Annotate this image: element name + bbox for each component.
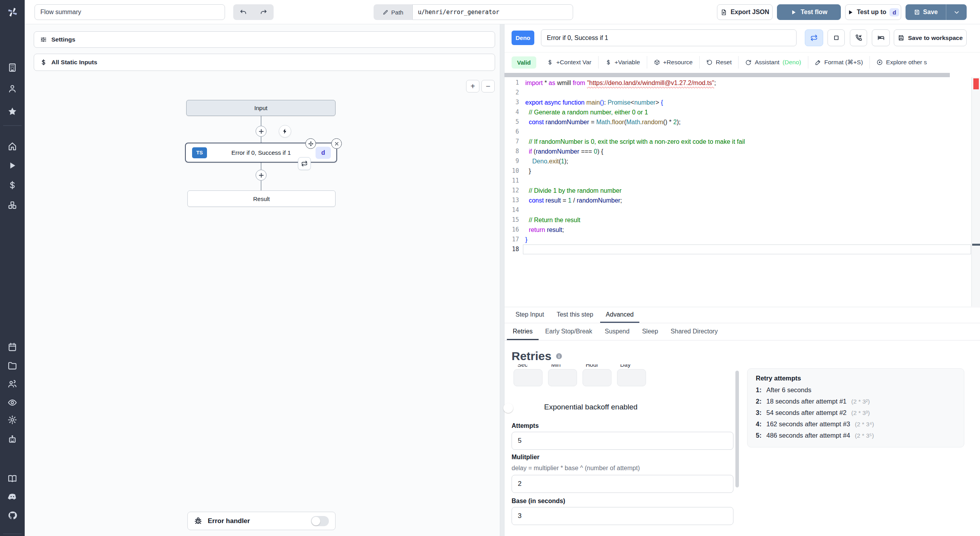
tab-advanced[interactable]: Advanced: [600, 307, 639, 323]
test-up-to-label: Test up to: [857, 9, 886, 16]
save-dropdown-button[interactable]: [946, 4, 967, 20]
time-input-min[interactable]: [548, 369, 577, 386]
trigger-button[interactable]: [279, 125, 291, 138]
code-line: // Divide 1 by the random number: [525, 186, 621, 196]
sidebar-item-star[interactable]: [7, 107, 17, 116]
sidebar-item-boxes[interactable]: [7, 200, 17, 210]
sidebar-item-calendar[interactable]: [7, 342, 17, 352]
path-input[interactable]: u/henri/error_generator: [412, 4, 573, 20]
sidebar-item-folder[interactable]: [7, 361, 17, 371]
all-static-inputs-button[interactable]: All Static Inputs: [34, 54, 495, 71]
retry-attempt-text: After 6 seconds: [766, 386, 811, 394]
retry-attempt-formula: (2 * 3²): [851, 398, 870, 405]
test-up-to-button[interactable]: Test up to d: [845, 4, 901, 20]
zoom-out-button[interactable]: −: [481, 80, 495, 92]
save-button[interactable]: Save: [906, 4, 946, 20]
line-number: 7: [505, 137, 519, 147]
path-label: Path: [391, 9, 403, 16]
toolbar--resource[interactable]: +Resource: [647, 59, 699, 66]
line-number: 15: [505, 215, 519, 225]
subtab-shared-directory[interactable]: Shared Directory: [665, 324, 724, 340]
multiplier-input[interactable]: 2: [512, 475, 733, 493]
exponential-backoff-label: Exponential backoff enabled: [544, 403, 637, 411]
toolbar-item-label: +Variable: [615, 59, 640, 66]
input-node[interactable]: Input: [186, 100, 336, 116]
base-input[interactable]: 3: [512, 507, 733, 525]
toolbar-item-label: +Resource: [663, 59, 693, 66]
add-step-button[interactable]: [256, 126, 267, 137]
toolbar-format-s-[interactable]: Format (⌘+S): [808, 59, 870, 66]
delete-step-button[interactable]: [331, 138, 342, 149]
retry-attempt-number: 1:: [756, 386, 766, 394]
retry-attempt-number: 4:: [756, 420, 766, 428]
sidebar-item-person[interactable]: [7, 84, 17, 94]
retry-attempt-text: 54 seconds after attempt #2: [766, 409, 847, 416]
save-button-group: Save: [906, 4, 967, 20]
subtab-sleep[interactable]: Sleep: [636, 324, 664, 340]
error-handler-toggle[interactable]: [311, 516, 329, 526]
subtab-retries[interactable]: Retries: [507, 324, 539, 340]
test-flow-button[interactable]: Test flow: [777, 4, 841, 20]
info-icon[interactable]: [555, 353, 563, 360]
result-node[interactable]: Result: [187, 190, 336, 207]
sidebar-item-github[interactable]: [7, 511, 17, 520]
scrollbar-thumb[interactable]: [735, 371, 739, 487]
redo-icon: [260, 9, 267, 16]
save-to-workspace-label: Save to workspace: [908, 34, 963, 42]
undo-button[interactable]: [233, 4, 254, 20]
sidebar-item-gear[interactable]: [7, 415, 17, 425]
chevron-down-icon: [954, 9, 960, 15]
tab-step-input[interactable]: Step Input: [510, 307, 550, 323]
retries-loop-toggle-button[interactable]: [805, 29, 823, 46]
toolbar-assistant[interactable]: Assistant (Deno): [739, 59, 808, 66]
export-json-button[interactable]: Export JSON: [717, 4, 773, 20]
stop-square-toggle-button[interactable]: [828, 29, 845, 46]
subtab-early-stop-break[interactable]: Early Stop/Break: [539, 324, 598, 340]
windmill-logo[interactable]: [0, 0, 25, 24]
advanced-subtabs: RetriesEarly Stop/BreakSuspendSleepShare…: [505, 324, 980, 340]
editor-overview-ruler[interactable]: [971, 77, 980, 306]
move-step-button[interactable]: [305, 138, 316, 149]
subtab-suspend[interactable]: Suspend: [599, 324, 635, 340]
time-input-day[interactable]: [617, 369, 646, 386]
editor-drag-handle[interactable]: [505, 73, 950, 77]
sidebar-item-robot[interactable]: [7, 435, 17, 444]
toolbar-reset[interactable]: Reset: [700, 59, 739, 66]
retry-indicator-button[interactable]: [298, 157, 311, 170]
retry-attempt-formula: (2 * 3⁴): [855, 421, 874, 428]
sidebar-item-dollar[interactable]: [7, 180, 17, 190]
sidebar-item-users[interactable]: [7, 379, 17, 389]
step-name-input[interactable]: Error if 0, Success if 1: [541, 29, 797, 46]
flow-summary-input[interactable]: Flow summary: [34, 4, 225, 20]
attempts-input[interactable]: 5: [512, 432, 733, 450]
save-to-workspace-button[interactable]: Save to workspace: [894, 29, 967, 46]
bed-toggle-button[interactable]: [872, 29, 890, 46]
phone-incoming-toggle-button[interactable]: [850, 29, 867, 46]
code-line: if (randomNumber === 0) {: [525, 147, 603, 156]
toolbar--variable[interactable]: +Variable: [599, 59, 647, 66]
save-icon: [914, 9, 920, 15]
save-icon: [898, 34, 904, 41]
panel-splitter[interactable]: [500, 24, 505, 536]
settings-button[interactable]: Settings: [34, 31, 495, 48]
zoom-in-button[interactable]: +: [466, 80, 479, 92]
sidebar-item-home[interactable]: [7, 141, 17, 151]
time-input-hour[interactable]: [583, 369, 612, 386]
sidebar-item-book[interactable]: [7, 474, 17, 483]
toolbar-item-label: Assistant: [755, 59, 779, 66]
redo-button[interactable]: [254, 4, 274, 20]
error-handler-box[interactable]: Error handler: [187, 512, 336, 530]
sidebar-item-eye[interactable]: [7, 398, 17, 407]
sidebar-item-building[interactable]: [7, 63, 17, 72]
add-step-button[interactable]: [256, 170, 267, 181]
sidebar-item-play[interactable]: [7, 161, 17, 170]
sidebar-item-discord[interactable]: [7, 492, 17, 502]
time-input-sec[interactable]: [514, 369, 543, 386]
toolbar--context-var[interactable]: +Context Var: [540, 59, 598, 66]
tab-test-this-step[interactable]: Test this step: [551, 307, 599, 323]
line-number: 10: [505, 166, 519, 176]
play-icon: [847, 9, 854, 16]
current-line-highlight: [523, 244, 971, 254]
code-line: const randomNumber = Math.floor(Math.ran…: [525, 117, 681, 127]
toolbar-explore-other-s[interactable]: Explore other s: [870, 59, 933, 66]
